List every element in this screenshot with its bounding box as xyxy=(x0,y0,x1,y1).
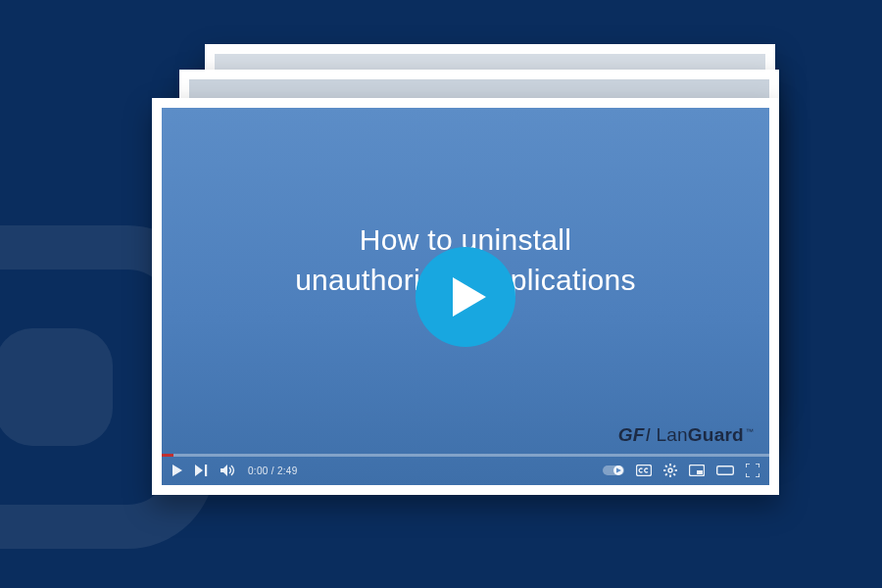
video-frame: How to uninstall unauthorized applicatio… xyxy=(162,108,769,485)
current-time: 0:00 xyxy=(248,466,269,476)
svg-rect-15 xyxy=(717,466,734,475)
next-button[interactable] xyxy=(195,465,209,476)
brand-name-bold: Guard xyxy=(688,424,744,445)
autoplay-toggle-icon xyxy=(603,465,624,476)
video-thumbnail-card: How to uninstall unauthorized applicatio… xyxy=(152,98,779,495)
svg-line-12 xyxy=(665,473,667,475)
autoplay-toggle[interactable] xyxy=(603,465,624,476)
captions-button[interactable] xyxy=(636,465,652,476)
fullscreen-icon xyxy=(746,464,760,477)
play-icon xyxy=(172,465,183,476)
product-brand-logo: GFI LanGuard™ xyxy=(618,424,754,446)
video-progress-bar[interactable] xyxy=(162,454,769,457)
play-icon xyxy=(453,277,486,317)
svg-line-10 xyxy=(673,473,675,475)
time-display: 0:00 / 2:49 xyxy=(248,466,298,476)
video-controls-bar: 0:00 / 2:49 xyxy=(162,456,769,485)
svg-point-4 xyxy=(668,468,672,472)
gear-icon xyxy=(663,464,677,477)
brand-trademark: ™ xyxy=(746,427,754,436)
svg-rect-0 xyxy=(205,465,207,476)
brand-i: I xyxy=(646,424,651,445)
captions-icon xyxy=(636,465,652,476)
settings-button[interactable] xyxy=(663,464,677,477)
mute-button[interactable] xyxy=(220,465,236,476)
play-button[interactable] xyxy=(416,247,515,347)
miniplayer-button[interactable] xyxy=(689,465,705,476)
brand-name-light: Lan xyxy=(657,424,688,445)
duration: 2:49 xyxy=(277,466,298,476)
svg-line-11 xyxy=(673,466,675,467)
fullscreen-button[interactable] xyxy=(746,464,760,477)
next-icon xyxy=(195,465,209,476)
svg-line-9 xyxy=(665,466,667,467)
volume-icon xyxy=(220,465,236,476)
svg-rect-14 xyxy=(697,470,703,474)
theater-mode-button[interactable] xyxy=(716,465,734,476)
miniplayer-icon xyxy=(689,465,705,476)
theater-icon xyxy=(716,465,734,476)
play-pause-button[interactable] xyxy=(172,465,183,476)
brand-prefix: GF xyxy=(618,424,645,445)
